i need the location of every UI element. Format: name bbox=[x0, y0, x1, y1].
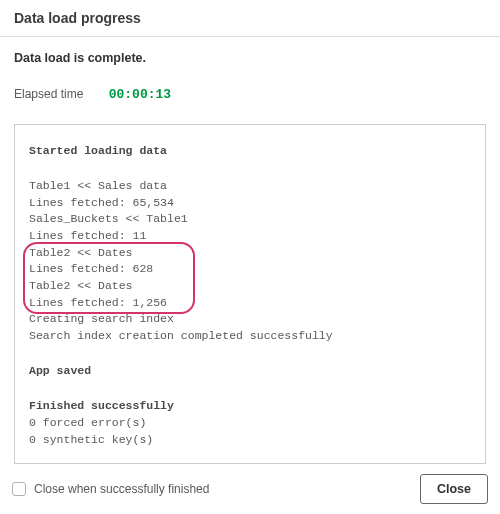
elapsed-time: 00:00:13 bbox=[109, 87, 171, 102]
log-line: Table1 << Sales data bbox=[29, 178, 475, 195]
log-line: Table2 << Dates bbox=[29, 278, 475, 295]
log-line: Table2 << Dates bbox=[29, 245, 475, 262]
checkbox-icon[interactable] bbox=[12, 482, 26, 496]
close-button[interactable]: Close bbox=[420, 474, 488, 504]
log-started-head: Started loading data bbox=[29, 143, 475, 160]
checkbox-label: Close when successfully finished bbox=[34, 482, 209, 496]
data-load-dialog: Data load progress Data load is complete… bbox=[0, 0, 500, 514]
elapsed-row: Elapsed time 00:00:13 bbox=[0, 65, 500, 108]
dialog-footer: Close when successfully finished Close bbox=[0, 464, 500, 514]
dialog-header: Data load progress bbox=[0, 0, 500, 37]
log-line: Lines fetched: 11 bbox=[29, 228, 475, 245]
elapsed-label: Elapsed time bbox=[14, 87, 83, 101]
close-when-finished-option[interactable]: Close when successfully finished bbox=[12, 482, 209, 496]
log-line: Search index creation completed successf… bbox=[29, 328, 475, 345]
log-forced-errors: 0 forced error(s) bbox=[29, 415, 475, 432]
dialog-title: Data load progress bbox=[14, 10, 486, 26]
log-app-saved-head: App saved bbox=[29, 363, 475, 380]
log-synthetic-keys: 0 synthetic key(s) bbox=[29, 432, 475, 449]
log-line: Creating search index bbox=[29, 311, 475, 328]
log-line: Lines fetched: 1,256 bbox=[29, 295, 475, 312]
log-finished-head: Finished successfully bbox=[29, 398, 475, 415]
log-line: Lines fetched: 628 bbox=[29, 261, 475, 278]
log-panel: Started loading data Table1 << Sales dat… bbox=[14, 124, 486, 464]
status-message: Data load is complete. bbox=[0, 37, 500, 65]
log-line: Sales_Buckets << Table1 bbox=[29, 211, 475, 228]
log-line: Lines fetched: 65,534 bbox=[29, 195, 475, 212]
